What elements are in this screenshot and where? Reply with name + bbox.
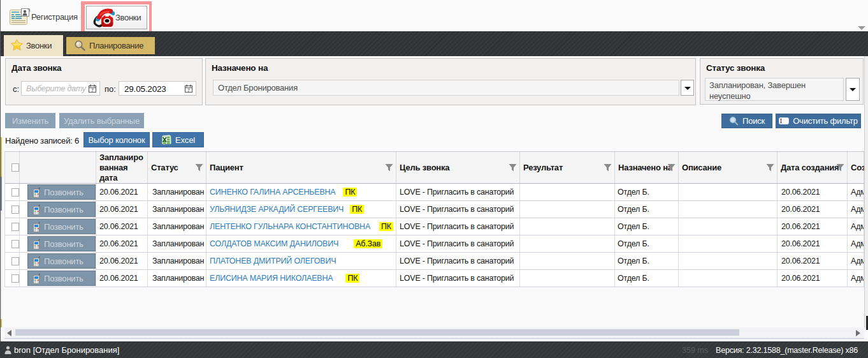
svg-text:7: 7 [91, 88, 94, 93]
svg-text:7: 7 [187, 88, 190, 93]
